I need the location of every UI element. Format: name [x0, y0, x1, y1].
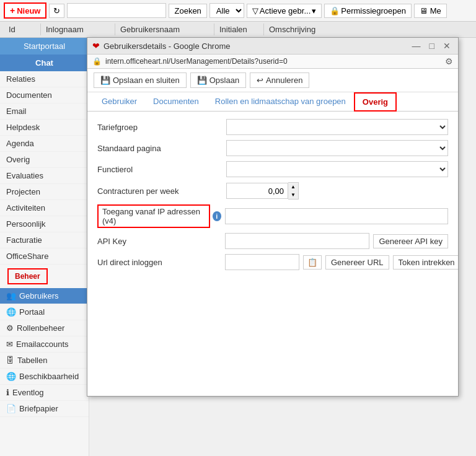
token-button[interactable]: Token intrekken — [393, 255, 458, 270]
sidebar-item-overig[interactable]: Overig — [0, 152, 89, 168]
info-icon[interactable]: i — [213, 211, 221, 221]
sidebar-item-eventlog[interactable]: ℹ Eventlog — [0, 385, 89, 401]
sidebar-startportaal[interactable]: Startportaal — [0, 38, 89, 55]
browser-title-text: Gebruikersdetails - Google Chrome — [104, 42, 230, 51]
cancel-label: Annuleren — [266, 76, 302, 85]
sidebar-item-officeshare[interactable]: OfficeShare — [0, 248, 89, 265]
form-toolbar: 💾 Opslaan en sluiten 💾 Opslaan ↩ Annuler… — [87, 69, 458, 92]
eventlog-icon: ℹ — [6, 388, 9, 397]
portaal-icon: 🌐 — [6, 307, 16, 317]
functierol-row: Functierol — [97, 161, 448, 177]
sidebar-item-agenda[interactable]: Agenda — [0, 136, 89, 152]
sidebar-item-tabellen[interactable]: 🗄 Tabellen — [0, 353, 89, 369]
sidebar-chat[interactable]: Chat — [0, 55, 89, 71]
save-close-button[interactable]: 💾 Opslaan en sluiten — [94, 72, 187, 88]
filter-caret: ▾ — [312, 6, 316, 15]
close-button[interactable]: ✕ — [441, 40, 453, 51]
maximize-button[interactable]: □ — [427, 40, 437, 51]
brief-icon: 📄 — [6, 404, 16, 413]
save-icon: 💾 — [197, 76, 207, 85]
standaard-pagina-select[interactable] — [226, 140, 448, 156]
sidebar-item-projecten[interactable]: Projecten — [0, 184, 89, 200]
tab-overig[interactable]: Overig — [354, 92, 397, 112]
search-input[interactable] — [67, 3, 166, 18]
gen-url-button[interactable]: Genereer URL — [325, 255, 389, 270]
ip-label: Toegang vanaf IP adressen (v4) — [97, 204, 210, 228]
me-button[interactable]: 🖥 Me — [414, 4, 447, 18]
col-gebruikersnaam: Gebruikersnaam — [115, 24, 214, 35]
col-id: Id — [4, 24, 41, 35]
sidebar-item-email[interactable]: Email — [0, 103, 89, 120]
api-input[interactable] — [225, 233, 369, 249]
copy-icon: 📋 — [307, 258, 317, 267]
gen-api-button[interactable]: Genereer API key — [373, 234, 448, 248]
spinner-up-button[interactable]: ▲ — [288, 183, 298, 191]
tariefgroep-row: Tariefgroep — [97, 119, 448, 135]
browser-window: ❤ Gebruikersdetails - Google Chrome — □ … — [87, 38, 459, 397]
cancel-icon: ↩ — [257, 76, 263, 85]
sidebar-item-briefpapier[interactable]: 📄 Briefpapier — [0, 401, 89, 417]
sidebar-item-emailaccounts[interactable]: ✉ Emailaccounts — [0, 336, 89, 353]
plus-icon: + — [10, 6, 15, 15]
sidebar: Startportaal Chat Relaties Documenten Em… — [0, 38, 89, 456]
save-button[interactable]: 💾 Opslaan — [190, 72, 246, 88]
zoeken-button[interactable]: Zoeken — [169, 4, 206, 18]
sidebar-item-persoonlijk[interactable]: Persoonlijk — [0, 216, 89, 232]
sidebar-item-portaal[interactable]: 🌐 Portaal — [0, 304, 89, 320]
save-close-icon: 💾 — [100, 76, 110, 85]
rol-icon: ⚙ — [6, 323, 14, 333]
form-tabs: Gebruiker Documenten Rollen en lidmaatsc… — [87, 92, 458, 112]
sidebar-item-documenten[interactable]: Documenten — [0, 87, 89, 103]
api-label: API Key — [97, 237, 221, 246]
form-content: Tariefgroep Standaard pagina Functierol — [87, 112, 458, 396]
tab-documenten[interactable]: Documenten — [145, 92, 207, 112]
functierol-label: Functierol — [97, 165, 221, 174]
permissie-button[interactable]: 🔒 Permissiegroepen — [324, 4, 412, 18]
sidebar-item-activiteiten[interactable]: Activiteiten — [0, 200, 89, 216]
cancel-button[interactable]: ↩ Annuleren — [250, 72, 309, 88]
spinner-buttons: ▲ ▼ — [288, 182, 299, 200]
beheer-label: Beheer — [7, 268, 48, 284]
refresh-icon: ↻ — [53, 6, 60, 15]
sidebar-item-helpdesk[interactable]: Helpdesk — [0, 120, 89, 136]
sidebar-item-rollenbeheer[interactable]: ⚙ Rollenbeheer — [0, 320, 89, 336]
beheer-section: Beheer — [0, 265, 89, 288]
alle-dropdown[interactable]: Alle — [209, 3, 244, 18]
sidebar-item-beschikbaarheid[interactable]: 🌐 Beschikbaarheid — [0, 369, 89, 385]
minimize-button[interactable]: — — [410, 40, 423, 51]
sidebar-item-gebruikers[interactable]: 👥 Gebruikers — [0, 288, 89, 304]
me-label: Me — [430, 6, 441, 15]
standaard-pagina-label: Standaard pagina — [97, 144, 221, 153]
functierol-select[interactable] — [226, 161, 448, 177]
nieuw-label: Nieuw — [17, 6, 40, 15]
beschikbaar-icon: 🌐 — [6, 372, 16, 381]
main-area: Startportaal Chat Relaties Documenten Em… — [0, 38, 476, 456]
contracturen-input[interactable] — [226, 183, 288, 199]
lock-icon: 🔒 — [92, 57, 102, 66]
browser-controls: — □ ✕ — [410, 40, 453, 51]
ip-input[interactable] — [225, 208, 448, 224]
gen-url-label: Genereer URL — [331, 258, 384, 267]
tabellen-icon: 🗄 — [6, 356, 14, 365]
zoeken-label: Zoeken — [174, 6, 201, 15]
tariefgroep-select[interactable] — [226, 119, 448, 135]
refresh-button[interactable]: ↻ — [49, 4, 64, 18]
contracturen-row: Contracturen per week ▲ ▼ — [97, 182, 448, 200]
url-input[interactable] — [225, 254, 299, 270]
tab-rollen[interactable]: Rollen en lidmaatschap van groepen — [207, 92, 354, 112]
sidebar-item-facturatie[interactable]: Facturatie — [0, 232, 89, 248]
sidebar-item-evaluaties[interactable]: Evaluaties — [0, 168, 89, 184]
url-label: Url direct inloggen — [97, 258, 221, 267]
api-row: API Key Genereer API key — [97, 233, 448, 249]
tab-gebruiker[interactable]: Gebruiker — [94, 92, 145, 112]
filter-label: Actieve gebr... — [260, 6, 311, 15]
ip-row: Toegang vanaf IP adressen (v4) i — [97, 204, 448, 228]
nieuw-button[interactable]: + Nieuw — [4, 2, 46, 19]
copy-button[interactable]: 📋 — [303, 255, 322, 270]
main-toolbar: + Nieuw ↻ Zoeken Alle ▽ Actieve gebr... … — [0, 0, 476, 22]
sidebar-item-relaties[interactable]: Relaties — [0, 71, 89, 87]
spinner-down-button[interactable]: ▼ — [288, 191, 298, 199]
filter-button[interactable]: ▽ Actieve gebr... ▾ — [247, 4, 322, 18]
standaard-pagina-row: Standaard pagina — [97, 140, 448, 156]
tariefgroep-label: Tariefgroep — [97, 123, 221, 132]
